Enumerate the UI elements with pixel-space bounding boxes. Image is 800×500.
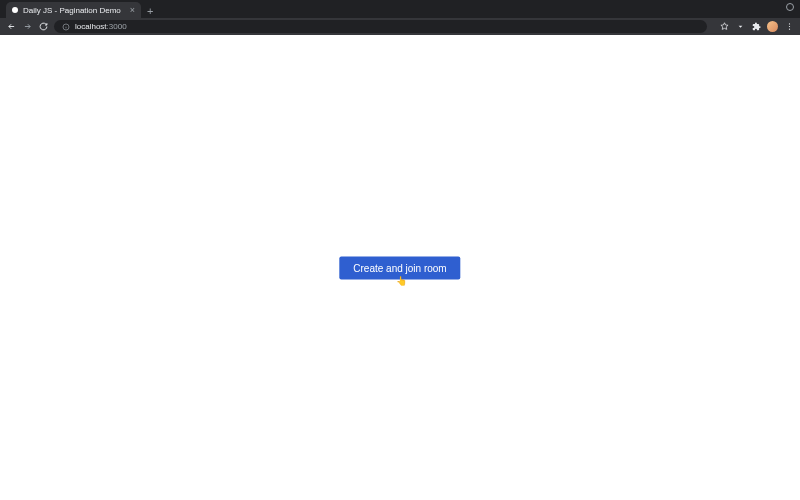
reload-icon [39, 22, 48, 31]
browser-toolbar: localhost:3000 [0, 18, 800, 35]
page-viewport: Create and join room 👆 [0, 35, 800, 500]
svg-point-2 [788, 26, 789, 27]
url-port: :3000 [107, 22, 127, 31]
browser-tab-active[interactable]: Daily JS - Pagination Demo × [6, 2, 141, 18]
address-bar[interactable]: localhost:3000 [54, 20, 707, 33]
create-join-room-button[interactable]: Create and join room [339, 256, 460, 279]
url-text: localhost:3000 [75, 22, 127, 31]
tab-favicon [12, 7, 18, 13]
browser-tab-strip: Daily JS - Pagination Demo × + [0, 0, 800, 18]
forward-button[interactable] [22, 22, 32, 32]
toolbar-right [719, 21, 794, 32]
window-control-icon[interactable] [786, 3, 794, 11]
extensions-icon[interactable] [751, 22, 761, 32]
close-icon[interactable]: × [130, 6, 135, 15]
share-icon[interactable] [735, 22, 745, 32]
back-button[interactable] [6, 22, 16, 32]
window-controls [786, 3, 794, 11]
menu-icon[interactable] [784, 22, 794, 32]
site-info-icon[interactable] [62, 23, 70, 31]
url-host: localhost [75, 22, 107, 31]
bookmark-icon[interactable] [719, 22, 729, 32]
tab-title: Daily JS - Pagination Demo [23, 6, 121, 15]
arrow-right-icon [23, 22, 32, 31]
arrow-left-icon [7, 22, 16, 31]
svg-point-1 [788, 23, 789, 24]
svg-point-3 [788, 29, 789, 30]
profile-avatar[interactable] [767, 21, 778, 32]
reload-button[interactable] [38, 22, 48, 32]
new-tab-button[interactable]: + [141, 4, 159, 18]
